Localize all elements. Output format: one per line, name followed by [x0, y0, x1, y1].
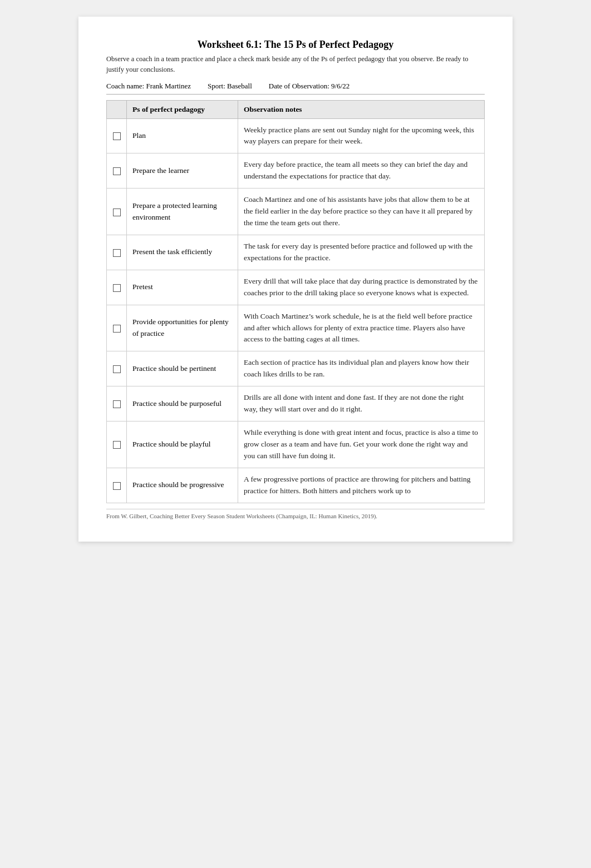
- table-row: Prepare a protected learning environment…: [107, 189, 485, 235]
- table-row: PretestEvery drill that will take place …: [107, 270, 485, 305]
- table-row: Practice should be pertinentEach section…: [107, 351, 485, 386]
- table-row: Practice should be purposefulDrills are …: [107, 386, 485, 421]
- checkbox-cell[interactable]: [107, 153, 127, 189]
- page-title: Worksheet 6.1: The 15 Ps of Perfect Peda…: [106, 39, 485, 51]
- checkbox-icon[interactable]: [113, 249, 121, 257]
- checkbox-icon[interactable]: [113, 365, 121, 373]
- main-table: Ps of perfect pedagogy Observation notes…: [106, 100, 485, 503]
- page: Worksheet 6.1: The 15 Ps of Perfect Peda…: [78, 17, 513, 542]
- table-row: Practice should be progressiveA few prog…: [107, 468, 485, 503]
- checkbox-cell[interactable]: [107, 270, 127, 305]
- observation-note: The task for every day is presented befo…: [238, 235, 485, 270]
- checkbox-icon[interactable]: [113, 209, 121, 216]
- ps-label: Present the task efficiently: [127, 235, 238, 270]
- table-row: PlanWeekly practice plans are sent out S…: [107, 118, 485, 153]
- footer-note: From W. Gilbert, Coaching Better Every S…: [106, 509, 485, 519]
- checkbox-cell[interactable]: [107, 189, 127, 235]
- checkbox-cell[interactable]: [107, 305, 127, 351]
- observation-note: With Coach Martinez’s work schedule, he …: [238, 305, 485, 351]
- observation-note: Weekly practice plans are sent out Sunda…: [238, 118, 485, 153]
- checkbox-icon[interactable]: [113, 132, 121, 140]
- checkbox-icon[interactable]: [113, 400, 121, 408]
- table-row: Provide opportunities for plenty of prac…: [107, 305, 485, 351]
- checkbox-icon[interactable]: [113, 284, 121, 292]
- meta-row: Coach name: Frank Martinez Sport: Baseba…: [106, 82, 485, 95]
- ps-label: Pretest: [127, 270, 238, 305]
- checkbox-icon[interactable]: [113, 441, 121, 449]
- sport-name: Baseball: [227, 82, 252, 90]
- observation-note: Drills are all done with intent and done…: [238, 386, 485, 421]
- table-row: Prepare the learnerEvery day before prac…: [107, 153, 485, 189]
- col-header-check: [107, 100, 127, 118]
- ps-label: Practice should be progressive: [127, 468, 238, 503]
- table-row: Practice should be playfulWhile everythi…: [107, 421, 485, 468]
- coach-label: Coach name: Frank Martinez: [106, 82, 191, 91]
- checkbox-cell[interactable]: [107, 235, 127, 270]
- checkbox-cell[interactable]: [107, 386, 127, 421]
- sport-label: Sport: Baseball: [208, 82, 252, 91]
- table-header-row: Ps of perfect pedagogy Observation notes: [107, 100, 485, 118]
- checkbox-cell[interactable]: [107, 351, 127, 386]
- ps-label: Practice should be purposeful: [127, 386, 238, 421]
- ps-label: Practice should be playful: [127, 421, 238, 468]
- checkbox-icon[interactable]: [113, 167, 121, 175]
- observation-note: Coach Martinez and one of his assistants…: [238, 189, 485, 235]
- ps-label: Practice should be pertinent: [127, 351, 238, 386]
- date-value: 9/6/22: [331, 82, 349, 90]
- observation-note: Each section of practice has its individ…: [238, 351, 485, 386]
- ps-label: Prepare the learner: [127, 153, 238, 189]
- col-header-notes: Observation notes: [238, 100, 485, 118]
- coach-name: Frank Martinez: [146, 82, 191, 90]
- subtitle: Observe a coach in a team practice and p…: [106, 54, 485, 75]
- ps-label: Provide opportunities for plenty of prac…: [127, 305, 238, 351]
- ps-label: Prepare a protected learning environment: [127, 189, 238, 235]
- checkbox-cell[interactable]: [107, 421, 127, 468]
- table-row: Present the task efficientlyThe task for…: [107, 235, 485, 270]
- col-header-ps: Ps of perfect pedagogy: [127, 100, 238, 118]
- checkbox-icon[interactable]: [113, 482, 121, 490]
- ps-label: Plan: [127, 118, 238, 153]
- observation-note: While everything is done with great inte…: [238, 421, 485, 468]
- date-label: Date of Observation: 9/6/22: [269, 82, 350, 91]
- observation-note: A few progressive portions of practice a…: [238, 468, 485, 503]
- checkbox-icon[interactable]: [113, 325, 121, 333]
- checkbox-cell[interactable]: [107, 468, 127, 503]
- observation-note: Every day before practice, the team all …: [238, 153, 485, 189]
- observation-note: Every drill that will take place that da…: [238, 270, 485, 305]
- checkbox-cell[interactable]: [107, 118, 127, 153]
